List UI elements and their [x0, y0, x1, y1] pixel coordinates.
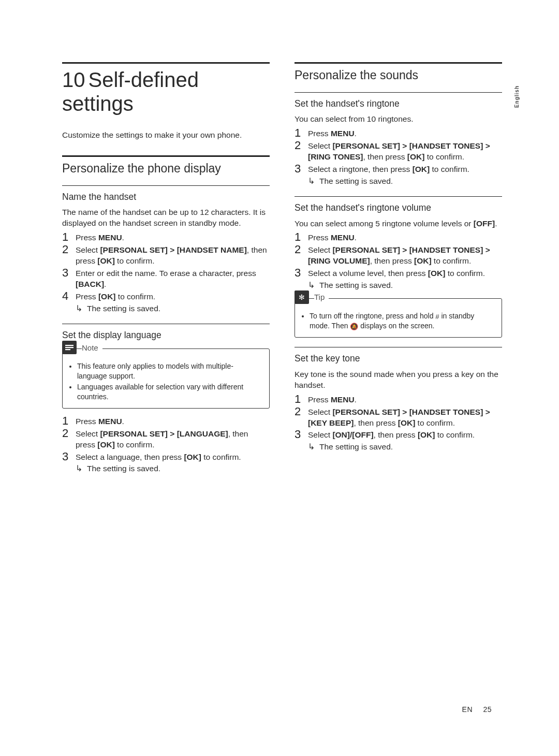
step-list: 1 Press MENU. 2 Select [PERSONAL SET] > … — [295, 394, 502, 453]
callout-item: Languages available for selection vary w… — [77, 382, 263, 402]
step-number: 2 — [62, 243, 76, 255]
step-list: 1 Press MENU. 2 Select [PERSONAL SET] > … — [295, 232, 502, 291]
step: 3 Select [ON]/[OFF], then press [OK] to … — [295, 429, 502, 441]
step-text: Select a ringtone, then press [OK] to co… — [308, 164, 502, 175]
svg-rect-0 — [65, 345, 73, 346]
divider — [295, 92, 502, 93]
step-text: Select [PERSONAL SET] > [HANDSET TONES] … — [308, 406, 502, 429]
subsection-description: You can select from 10 ringtones. — [295, 114, 502, 125]
result-arrow-icon: ↳ — [308, 176, 319, 186]
step-text: Press MENU. — [308, 128, 502, 139]
step-number: 3 — [62, 450, 76, 462]
step: 2 Select [PERSONAL SET] > [LANGUAGE], th… — [62, 428, 270, 450]
result-text: The setting is saved. — [319, 280, 393, 291]
divider — [62, 324, 270, 324]
step: 4 Press [OK] to confirm. — [62, 291, 270, 302]
callout-item: This feature only applies to models with… — [77, 361, 263, 381]
step-result: ↳ The setting is saved. — [76, 303, 270, 314]
manual-page: English 10Self-defined settings Customiz… — [0, 0, 559, 756]
step-number: 3 — [62, 267, 76, 279]
step: 1 Press MENU. — [62, 416, 270, 427]
page-footer: EN 25 — [462, 705, 492, 715]
step-result: ↳ The setting is saved. — [76, 463, 270, 474]
callout-header: Note — [62, 341, 102, 354]
result-text: The setting is saved. — [87, 303, 160, 314]
result-text: The setting is saved. — [87, 463, 160, 474]
step-text: Press [OK] to confirm. — [76, 291, 270, 302]
step-text: Select [PERSONAL SET] > [HANDSET TONES] … — [308, 140, 502, 163]
step: 3 Select a volume level, then press [OK]… — [295, 268, 502, 279]
step: 3 Select a ringtone, then press [OK] to … — [295, 164, 502, 175]
step-number: 4 — [62, 290, 76, 302]
step-text: Select a language, then press [OK] to co… — [76, 452, 270, 463]
right-column: Personalize the sounds Set the handset's… — [295, 62, 502, 479]
callout-list: This feature only applies to models with… — [69, 361, 263, 402]
subsection-description: You can select among 5 ringtone volume l… — [295, 219, 502, 229]
divider — [295, 196, 502, 197]
left-column: 10Self-defined settings Customize the se… — [62, 62, 270, 479]
callout-header: ✻ Tip — [295, 290, 329, 304]
divider — [295, 347, 502, 347]
step-number: 3 — [295, 267, 308, 279]
subsection-description: Key tone is the sound made when you pres… — [295, 369, 502, 391]
step-number: 1 — [295, 127, 308, 139]
step-result: ↳ The setting is saved. — [308, 176, 502, 187]
step: 2 Select [PERSONAL SET] > [HANDSET TONES… — [295, 140, 502, 163]
hash-key-icon: # — [435, 312, 439, 322]
step-text: Select [PERSONAL SET] > [HANDSET NAME], … — [76, 244, 270, 267]
ringer-off-icon: 🔕 — [350, 322, 358, 331]
step-text: Select [PERSONAL SET] > [LANGUAGE], then… — [76, 428, 270, 450]
step: 2 Select [PERSONAL SET] > [HANDSET TONES… — [295, 244, 502, 267]
subsection-title: Set the handset's ringtone — [295, 98, 502, 110]
section-title: Personalize the phone display — [62, 161, 270, 176]
divider — [295, 62, 502, 64]
two-column-layout: 10Self-defined settings Customize the se… — [62, 62, 502, 479]
step-text: Select [PERSONAL SET] > [HANDSET TONES] … — [308, 244, 502, 267]
subsection-title: Set the handset's ringtone volume — [295, 202, 502, 214]
step-list: 1 Press MENU. 2 Select [PERSONAL SET] > … — [62, 232, 270, 314]
divider — [62, 155, 270, 157]
step: 3 Enter or edit the name. To erase a cha… — [62, 268, 270, 290]
result-arrow-icon: ↳ — [308, 442, 319, 452]
language-side-tab: English — [513, 85, 521, 108]
callout-item: To turn off the ringtone, press and hold… — [310, 311, 495, 331]
step: 2 Select [PERSONAL SET] > [HANDSET TONES… — [295, 406, 502, 429]
step-number: 3 — [295, 428, 308, 440]
result-text: The setting is saved. — [319, 442, 393, 453]
step: 1 Press MENU. — [295, 232, 502, 243]
svg-rect-2 — [65, 349, 70, 350]
step-list: 1 Press MENU. 2 Select [PERSONAL SET] > … — [62, 416, 270, 475]
callout-label: Tip — [314, 292, 329, 302]
note-callout: Note This feature only applies to models… — [62, 348, 270, 409]
step-number: 1 — [295, 231, 308, 243]
step: 1 Press MENU. — [62, 232, 270, 243]
footer-page-number: 25 — [483, 705, 492, 714]
step: 1 Press MENU. — [295, 394, 502, 405]
footer-lang: EN — [462, 705, 473, 714]
step-number: 2 — [62, 427, 76, 439]
step: 2 Select [PERSONAL SET] > [HANDSET NAME]… — [62, 244, 270, 267]
step-result: ↳ The setting is saved. — [308, 442, 502, 453]
callout-label: Note — [82, 342, 102, 353]
step: 1 Press MENU. — [295, 128, 502, 139]
divider — [62, 185, 270, 186]
tip-icon: ✻ — [295, 290, 309, 304]
step-number: 1 — [295, 393, 308, 405]
subsection-title: Set the key tone — [295, 353, 502, 365]
divider — [62, 62, 270, 64]
subsection-title: Set the display language — [62, 329, 270, 342]
callout-list: To turn off the ringtone, press and hold… — [301, 311, 495, 331]
step-number: 1 — [62, 415, 76, 427]
step-text: Press MENU. — [76, 416, 270, 427]
chapter-title: 10Self-defined settings — [62, 68, 270, 115]
step-result: ↳ The setting is saved. — [308, 280, 502, 291]
step-text: Enter or edit the name. To erase a chara… — [76, 268, 270, 290]
step-number: 3 — [295, 163, 308, 175]
result-arrow-icon: ↳ — [76, 303, 87, 313]
result-arrow-icon: ↳ — [308, 280, 319, 290]
step-text: Press MENU. — [76, 232, 270, 243]
step-number: 2 — [295, 243, 308, 255]
chapter-number: 10 — [62, 68, 85, 92]
step: 3 Select a language, then press [OK] to … — [62, 452, 270, 463]
chapter-intro: Customize the settings to make it your o… — [62, 130, 270, 141]
